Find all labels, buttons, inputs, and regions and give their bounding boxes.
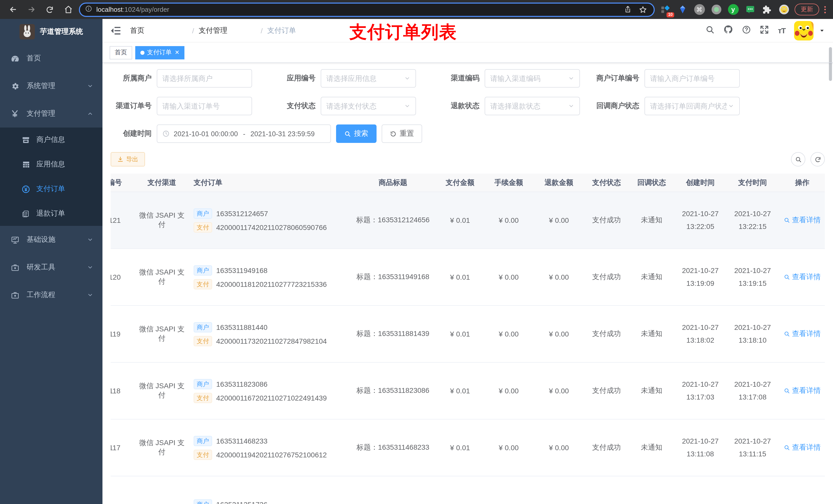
refresh-icon[interactable]: [810, 152, 825, 166]
create-time-range-picker[interactable]: 2021-10-01 00:00:00 - 2021-10-31 23:59:5…: [157, 124, 331, 143]
extension-pinned-icon[interactable]: 10: [660, 4, 671, 15]
breadcrumb-home[interactable]: 首页: [130, 26, 188, 35]
merchant-input[interactable]: [162, 74, 246, 82]
chevron-down-icon: [568, 103, 574, 109]
merchant-tag: 商户: [194, 379, 212, 389]
profile-avatar-icon[interactable]: [778, 4, 789, 15]
table-row: 120 微信 JSAPI 支付 商户1635311949168 支付420000…: [111, 249, 825, 306]
breadcrumb: 首页 / 支付管理 / 支付订单: [130, 26, 355, 35]
browser-menu-icon[interactable]: [822, 6, 828, 13]
app-title: 芋道管理系统: [40, 27, 83, 37]
merchant-order-no-field[interactable]: [644, 69, 740, 88]
merchant-select[interactable]: [157, 69, 252, 88]
forward-icon[interactable]: [24, 2, 39, 17]
shop-icon: [22, 136, 30, 144]
table-row: 121 微信 JSAPI 支付 商户1635312124657 支付420000…: [111, 192, 825, 249]
sidebar-item-workflow[interactable]: 工作流程: [0, 281, 102, 309]
reset-button[interactable]: 重置: [382, 124, 422, 143]
filter-label-channel-order-no: 渠道订单号: [111, 101, 157, 111]
sidebar-item-infra[interactable]: 基础设施: [0, 226, 102, 254]
view-detail-link[interactable]: 查看详情: [784, 329, 821, 339]
pay-status-input[interactable]: [326, 102, 404, 110]
channel-code-input[interactable]: [490, 74, 568, 82]
help-icon[interactable]: [742, 25, 751, 36]
extension-y-icon[interactable]: y: [728, 4, 739, 15]
tags-view-bar: 首页 支付订单 ✕: [102, 43, 833, 63]
sidebar-item-pay-order[interactable]: 支付订单: [0, 177, 102, 201]
dashboard-icon: [10, 54, 20, 63]
extension-badge: 10: [667, 12, 674, 17]
back-icon[interactable]: [5, 2, 21, 17]
channel-order-no-input[interactable]: [162, 102, 246, 110]
sidebar-logo[interactable]: 芋道管理系统: [0, 19, 102, 45]
avatar-caret-icon[interactable]: [819, 26, 825, 35]
share-icon[interactable]: [622, 2, 633, 17]
sidebar-item-refund-order[interactable]: 退款订单: [0, 201, 102, 226]
view-detail-link[interactable]: 查看详情: [784, 272, 821, 282]
notify-status-input[interactable]: [650, 102, 727, 110]
chevron-down-icon: [568, 75, 574, 81]
reload-icon[interactable]: [42, 2, 57, 17]
briefcase-icon: [10, 291, 20, 299]
channel-code-select[interactable]: [485, 69, 580, 88]
pay-tag: 支付: [194, 279, 212, 289]
yen-icon: [10, 110, 20, 118]
export-button[interactable]: 导出: [111, 152, 145, 166]
sidebar-item-dev-tools[interactable]: 研发工具: [0, 254, 102, 281]
home-icon[interactable]: [61, 2, 76, 17]
merchant-order-no-input[interactable]: [650, 74, 734, 82]
sidebar-fold-icon[interactable]: [111, 25, 122, 35]
refund-status-input[interactable]: [490, 102, 568, 110]
sidebar-item-pay[interactable]: 支付管理: [0, 100, 102, 127]
browser-update-button[interactable]: 更新: [794, 4, 819, 15]
pay-status-select[interactable]: [321, 97, 416, 115]
extension-command-icon[interactable]: ⌘: [694, 4, 705, 15]
view-detail-link[interactable]: 查看详情: [784, 216, 821, 225]
chevron-down-icon: [87, 83, 93, 89]
topbar-icons: тT: [706, 21, 825, 40]
extension-recorder-icon[interactable]: [711, 4, 722, 15]
sidebar: 芋道管理系统 首页 系统管理: [0, 19, 102, 504]
chevron-up-icon: [87, 111, 93, 117]
search-button[interactable]: 搜索: [336, 124, 377, 143]
table-row: 商户1635311351736: [111, 476, 825, 504]
user-avatar[interactable]: [794, 21, 813, 40]
app-select[interactable]: [321, 69, 416, 88]
pay-tag: 支付: [194, 336, 212, 346]
browser-toolbar: localhost:1024/pay/order 10 ⌘: [0, 0, 833, 19]
tab-home[interactable]: 首页: [110, 46, 132, 59]
url-bar[interactable]: localhost:1024/pay/order: [79, 2, 655, 17]
font-size-icon[interactable]: тT: [778, 26, 785, 35]
pay-tag: 支付: [194, 392, 212, 403]
filter-label-refund-status: 退款状态: [446, 101, 485, 111]
sidebar-item-app-info[interactable]: 应用信息: [0, 152, 102, 177]
extension-chat-icon[interactable]: [744, 4, 756, 15]
view-detail-link[interactable]: 查看详情: [784, 443, 821, 452]
notify-status-select[interactable]: [644, 97, 740, 115]
date-end[interactable]: 2021-10-31 23:59:59: [251, 130, 315, 138]
date-separator: -: [242, 130, 246, 138]
fullscreen-icon[interactable]: [760, 25, 769, 36]
clock-icon: [162, 130, 170, 137]
tab-pay-order[interactable]: 支付订单 ✕: [135, 46, 185, 59]
site-info-icon[interactable]: [85, 5, 92, 14]
search-icon[interactable]: [706, 25, 715, 36]
github-icon[interactable]: [723, 25, 733, 37]
extensions-puzzle-icon[interactable]: [761, 4, 772, 15]
sidebar-menu: 首页 系统管理 支付管理: [0, 45, 102, 504]
bookmark-star-icon[interactable]: [637, 2, 648, 17]
breadcrumb-pay[interactable]: 支付管理: [199, 26, 256, 35]
table-row: 117 微信 JSAPI 支付 商户1635311468233 支付420000…: [111, 419, 825, 476]
monitor-chart-icon: [10, 235, 20, 244]
extension-gem-icon[interactable]: [677, 4, 688, 15]
date-start[interactable]: 2021-10-01 00:00:00: [174, 130, 238, 138]
close-tab-icon[interactable]: ✕: [175, 49, 179, 56]
toggle-search-icon[interactable]: [791, 152, 805, 166]
app-input[interactable]: [326, 74, 404, 82]
channel-order-no-field[interactable]: [157, 97, 252, 115]
view-detail-link[interactable]: 查看详情: [784, 386, 821, 395]
sidebar-item-system[interactable]: 系统管理: [0, 72, 102, 100]
sidebar-item-merchant-info[interactable]: 商户信息: [0, 127, 102, 152]
sidebar-item-home[interactable]: 首页: [0, 45, 102, 72]
refund-status-select[interactable]: [485, 97, 580, 115]
